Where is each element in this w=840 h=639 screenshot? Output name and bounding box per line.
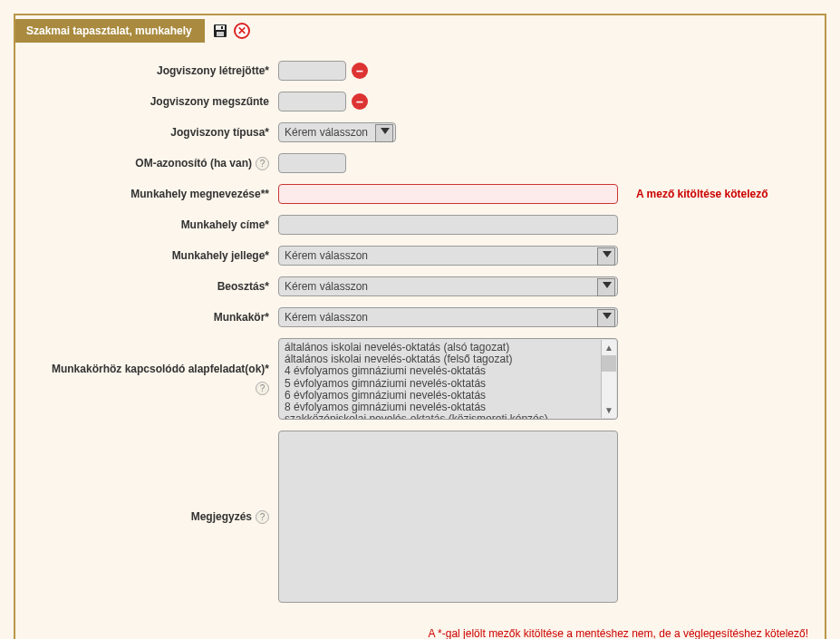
listbox-item[interactable]: 4 évfolyamos gimnáziumi nevelés-oktatás — [283, 365, 597, 377]
select-munkakor[interactable]: Kérem válasszon — [278, 307, 618, 327]
listbox-item[interactable]: 8 évfolyamos gimnáziumi nevelés-oktatás — [283, 402, 597, 413]
label-alapfeladat: Munkakörhöz kapcsolódó alapfeladat(ok)* … — [34, 363, 278, 396]
panel-title: Szakmai tapasztalat, munkahely — [15, 19, 205, 43]
form-body: Jogviszony létrejötte* – Jogviszony megs… — [15, 43, 825, 623]
label-jogviszony-megszunte: Jogviszony megszűnte — [34, 95, 278, 108]
label-munkahely-jellege: Munkahely jellege* — [34, 249, 278, 262]
row-om-azonosito: OM-azonosító (ha van) ? — [34, 153, 806, 173]
listbox-item[interactable]: általános iskolai nevelés-oktatás (alsó … — [283, 342, 597, 353]
listbox-item[interactable]: 5 évfolyamos gimnáziumi nevelés-oktatás — [283, 378, 597, 390]
listbox-alapfeladat[interactable]: általános iskolai nevelés-oktatás (alsó … — [278, 338, 618, 420]
select-wrap: Kérem válasszon — [278, 122, 396, 142]
select-wrap: Kérem válasszon — [278, 276, 618, 296]
save-icon[interactable] — [212, 23, 228, 39]
select-wrap: Kérem válasszon — [278, 307, 618, 327]
input-munkahely-megnevezese[interactable] — [278, 184, 618, 204]
row-megjegyzes: Megjegyzés ? — [34, 431, 806, 603]
select-munkahely-jellege[interactable]: Kérem válasszon — [278, 246, 618, 266]
label-beosztas: Beosztás* — [34, 280, 278, 293]
label-jogviszony-tipusa: Jogviszony típusa* — [34, 126, 278, 139]
scroll-thumb[interactable] — [602, 355, 616, 372]
row-jogviszony-tipusa: Jogviszony típusa* Kérem válasszon — [34, 122, 806, 142]
listbox-item[interactable]: általános iskolai nevelés-oktatás (felső… — [283, 353, 597, 365]
svg-rect-1 — [216, 25, 225, 30]
label-om-azonosito: OM-azonosító (ha van) ? — [34, 157, 278, 170]
svg-rect-2 — [217, 32, 224, 36]
row-munkahely-cime: Munkahely címe* — [34, 215, 806, 235]
help-icon[interactable]: ? — [256, 510, 269, 524]
label-text: Munkakörhöz kapcsolódó alapfeladat(ok)* — [52, 363, 269, 377]
scroll-down-icon[interactable]: ▼ — [602, 402, 616, 418]
label-text: OM-azonosító (ha van) — [135, 157, 252, 169]
help-icon[interactable]: ? — [256, 382, 269, 395]
required-indicator-icon: – — [352, 63, 368, 79]
footnote-1: A *-gal jelölt mezők kitöltése a mentésh… — [32, 626, 808, 639]
row-munkahely-megnevezese: Munkahely megnevezése** A mező kitöltése… — [34, 184, 806, 204]
label-munkakor: Munkakör* — [34, 311, 278, 324]
form-panel: Szakmai tapasztalat, munkahely ✕ Jogvisz… — [14, 14, 826, 639]
select-jogviszony-tipusa[interactable]: Kérem válasszon — [278, 122, 396, 142]
row-jogviszony-megszunte: Jogviszony megszűnte – — [34, 92, 806, 111]
label-text: Megjegyzés — [191, 510, 252, 523]
close-icon[interactable]: ✕ — [234, 23, 250, 39]
select-wrap: Kérem válasszon — [278, 246, 618, 266]
scroll-up-icon[interactable]: ▲ — [602, 340, 616, 355]
input-jogviszony-megszunte[interactable] — [278, 92, 346, 111]
row-alapfeladat: Munkakörhöz kapcsolódó alapfeladat(ok)* … — [34, 338, 806, 420]
footnotes: A *-gal jelölt mezők kitöltése a mentésh… — [15, 623, 825, 639]
label-munkahely-cime: Munkahely címe* — [34, 218, 278, 231]
input-om-azonosito[interactable] — [278, 153, 346, 173]
textarea-megjegyzes[interactable] — [278, 431, 618, 603]
label-megjegyzes: Megjegyzés ? — [34, 510, 278, 524]
svg-rect-3 — [221, 26, 223, 29]
error-message: A mező kitöltése kötelező — [636, 188, 768, 200]
floppy-icon — [213, 24, 227, 38]
listbox-item[interactable]: 6 évfolyamos gimnáziumi nevelés-oktatás — [283, 390, 597, 402]
help-icon[interactable]: ? — [256, 157, 269, 170]
label-jogviszony-letrejotte: Jogviszony létrejötte* — [34, 64, 278, 77]
scrollbar[interactable]: ▲ ▼ — [601, 340, 616, 418]
listbox-item[interactable]: szakközépiskolai nevelés-oktatás (közism… — [283, 413, 597, 420]
row-munkakor: Munkakör* Kérem válasszon — [34, 307, 806, 327]
select-beosztas[interactable]: Kérem válasszon — [278, 276, 618, 296]
row-jogviszony-letrejotte: Jogviszony létrejötte* – — [34, 61, 806, 81]
panel-header: Szakmai tapasztalat, munkahely ✕ — [15, 19, 257, 43]
row-munkahely-jellege: Munkahely jellege* Kérem válasszon — [34, 246, 806, 266]
input-jogviszony-letrejotte[interactable] — [278, 61, 346, 81]
panel-header-actions: ✕ — [205, 23, 257, 39]
input-munkahely-cime[interactable] — [278, 215, 618, 235]
row-beosztas: Beosztás* Kérem válasszon — [34, 276, 806, 296]
required-indicator-icon: – — [352, 93, 368, 110]
label-munkahely-megnevezese: Munkahely megnevezése** — [34, 188, 278, 200]
